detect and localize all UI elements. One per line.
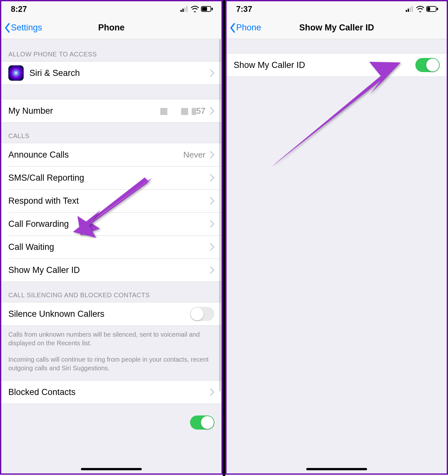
- home-indicator: [306, 468, 367, 470]
- group-access: Siri & Search: [1, 61, 221, 85]
- chevron-left-icon: [230, 23, 236, 33]
- nav-bar: Phone Show My Caller ID: [227, 17, 447, 39]
- row-value: Never: [183, 150, 205, 160]
- svg-rect-12: [408, 9, 409, 12]
- row-label: Respond with Text: [8, 196, 210, 206]
- row-announce-calls[interactable]: Announce Calls Never: [1, 143, 221, 166]
- group-my-number: My Number 57: [1, 99, 221, 123]
- row-sms-reporting[interactable]: SMS/Call Reporting: [1, 166, 221, 189]
- footer-text-1: Calls from unknown numbers will be silen…: [1, 326, 221, 349]
- row-label: Blocked Contacts: [8, 387, 210, 397]
- status-icons: [180, 6, 213, 12]
- row-blocked-contacts[interactable]: Blocked Contacts: [1, 381, 221, 404]
- svg-rect-16: [427, 7, 430, 11]
- chevron-right-icon: [210, 107, 214, 115]
- svg-rect-11: [406, 10, 407, 12]
- row-label: Silence Unknown Callers: [8, 309, 190, 319]
- chevron-right-icon: [210, 69, 214, 77]
- screenshot-right: 7:37 Phone Show My Caller ID Show My Cal…: [225, 0, 448, 475]
- battery-icon: [201, 6, 213, 12]
- row-label: SMS/Call Reporting: [8, 173, 210, 183]
- nav-bar: Settings Phone: [1, 17, 221, 39]
- screenshot-left: 8:27 Settings Phone ALLOW PHONE TO ACCES…: [0, 0, 223, 475]
- row-label: Announce Calls: [8, 150, 183, 160]
- row-label: Call Waiting: [8, 242, 210, 252]
- section-header-access: ALLOW PHONE TO ACCESS: [1, 39, 221, 61]
- row-show-my-caller-id[interactable]: Show My Caller ID: [1, 259, 221, 282]
- row-respond-with-text[interactable]: Respond with Text: [1, 189, 221, 212]
- redacted-block: [181, 108, 188, 115]
- status-bar: 8:27: [1, 1, 221, 17]
- settings-content[interactable]: ALLOW PHONE TO ACCESS Siri & Search My N…: [1, 39, 221, 473]
- chevron-right-icon: [210, 266, 214, 274]
- row-label: Call Forwarding: [8, 219, 210, 229]
- row-call-waiting[interactable]: Call Waiting: [1, 235, 221, 259]
- footer-text-2: Incoming calls will continue to ring fro…: [1, 349, 221, 380]
- toggle-silence-unknown[interactable]: [190, 307, 214, 321]
- svg-rect-17: [437, 8, 438, 10]
- redacted-block: [160, 108, 167, 115]
- chevron-right-icon: [210, 174, 214, 182]
- cellular-icon: [406, 6, 414, 12]
- wifi-icon: [191, 6, 199, 12]
- svg-rect-14: [412, 6, 413, 12]
- chevron-right-icon: [210, 220, 214, 228]
- svg-rect-6: [212, 8, 213, 10]
- group-blocked-contacts: Blocked Contacts: [1, 380, 221, 404]
- status-icons: [406, 6, 438, 12]
- row-label: Show My Caller ID: [8, 265, 210, 275]
- svg-rect-13: [410, 7, 411, 12]
- partial-toggle-peek: [190, 415, 214, 430]
- row-call-forwarding[interactable]: Call Forwarding: [1, 212, 221, 235]
- section-header-blocked: CALL SILENCING AND BLOCKED CONTACTS: [1, 282, 221, 302]
- siri-icon: [8, 65, 24, 81]
- home-indicator: [81, 468, 142, 470]
- svg-rect-0: [180, 10, 182, 12]
- group-silence: Silence Unknown Callers: [1, 302, 221, 326]
- row-label: Show My Caller ID: [234, 60, 415, 70]
- svg-rect-1: [182, 9, 184, 12]
- chevron-right-icon: [210, 197, 214, 205]
- group-calls: Announce Calls Never SMS/Call Reporting …: [1, 143, 221, 282]
- battery-icon: [426, 6, 438, 12]
- back-label: Phone: [236, 23, 261, 33]
- status-bar: 7:37: [227, 1, 447, 17]
- wifi-icon: [416, 6, 424, 12]
- chevron-right-icon: [210, 243, 214, 251]
- svg-rect-5: [202, 7, 207, 11]
- screenshot-divider: [223, 0, 225, 476]
- back-button[interactable]: Settings: [4, 23, 42, 33]
- back-label: Settings: [11, 23, 42, 33]
- row-show-my-caller-id-toggle[interactable]: Show My Caller ID: [227, 53, 447, 77]
- row-my-number[interactable]: My Number 57: [1, 99, 221, 122]
- group-caller-id: Show My Caller ID: [227, 53, 447, 77]
- back-button[interactable]: Phone: [230, 23, 261, 33]
- my-number-value: 57: [160, 106, 206, 116]
- settings-content[interactable]: Show My Caller ID: [227, 39, 447, 473]
- row-silence-unknown-callers[interactable]: Silence Unknown Callers: [1, 302, 221, 325]
- chevron-right-icon: [210, 388, 214, 396]
- chevron-left-icon: [4, 23, 10, 33]
- cellular-icon: [180, 6, 189, 12]
- status-time: 8:27: [11, 4, 27, 14]
- my-number-suffix: 57: [196, 106, 205, 116]
- my-number-label: My Number: [8, 106, 160, 116]
- chevron-right-icon: [210, 151, 214, 159]
- status-time: 7:37: [236, 4, 252, 14]
- row-siri-search[interactable]: Siri & Search: [1, 62, 221, 85]
- section-header-calls: CALLS: [1, 123, 221, 143]
- svg-rect-2: [184, 7, 186, 12]
- toggle-show-caller-id[interactable]: [415, 58, 440, 72]
- redacted-block: [192, 108, 196, 115]
- siri-label: Siri & Search: [29, 68, 210, 78]
- svg-rect-3: [186, 6, 188, 12]
